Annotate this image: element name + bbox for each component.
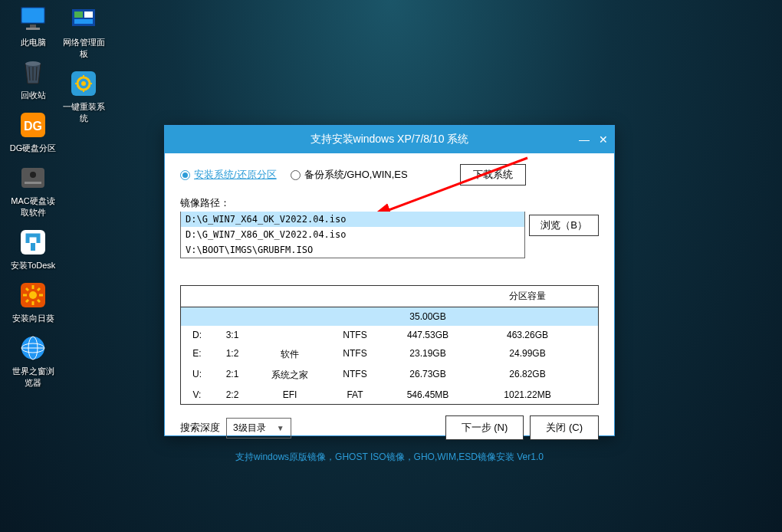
image-path-label: 镜像路径：: [180, 196, 599, 210]
svg-rect-32: [74, 19, 93, 24]
cell-drive: [181, 307, 213, 326]
cell-idx: 2:1: [213, 365, 251, 386]
window-title: 支持安装windows XP/7/8/10 系统: [310, 133, 469, 146]
cell-drive: U:: [181, 365, 213, 386]
monitor-icon: [17, 3, 49, 35]
desktop-icon-label: 世界之窗浏览器: [9, 366, 57, 389]
svg-point-35: [81, 81, 86, 86]
cell-cap: 463.26GB: [474, 326, 581, 344]
mac-icon: [17, 162, 49, 194]
search-depth-value: 3级目录: [233, 422, 266, 435]
svg-point-11: [30, 172, 36, 178]
titlebar[interactable]: 支持安装windows XP/7/8/10 系统 — ✕: [165, 126, 614, 153]
cell-drive: E:: [181, 344, 213, 365]
cell-idx: 1:2: [213, 344, 251, 365]
reinstall-icon: [67, 67, 100, 100]
image-path-dropdown[interactable]: D:\G_WIN7_X64_OK_V2022.04.iso D:\G_WIN7_…: [180, 212, 525, 258]
desktop-icon-label: 回收站: [21, 90, 46, 101]
cell-name: EFI: [251, 386, 328, 404]
cell-used: 546.45MB: [382, 386, 474, 404]
cell-cap: [474, 307, 581, 326]
cell-idx: [213, 307, 251, 326]
table-row[interactable]: D:3:1NTFS447.53GB463.26GB: [181, 326, 598, 344]
sunflower-icon: [17, 279, 49, 311]
minimize-button[interactable]: —: [579, 133, 590, 146]
cell-fmt: NTFS: [328, 344, 382, 365]
next-button[interactable]: 下一步 (N): [445, 415, 524, 440]
cell-used: 23.19GB: [382, 344, 474, 365]
table-header: 分区容量: [181, 286, 598, 307]
svg-line-23: [26, 300, 28, 302]
desktop-icon-network[interactable]: 网络管理面板: [60, 3, 107, 60]
radio-label: 备份系统/GHO,WIN,ES: [304, 168, 408, 182]
radio-label: 安装系统/还原分区: [194, 168, 277, 182]
cell-cap: 26.82GB: [474, 365, 581, 386]
installer-dialog: 支持安装windows XP/7/8/10 系统 — ✕ 安装系统/还原分区 备…: [164, 125, 615, 436]
cell-used: 35.00GB: [382, 307, 474, 326]
footer-text: 支持windows原版镜像，GHOST ISO镜像，GHO,WIM,ESD镜像安…: [180, 451, 599, 464]
svg-rect-3: [26, 28, 40, 30]
desktop-icon-reinstall[interactable]: 一键重装系统: [60, 67, 107, 124]
desktop-icon-dg[interactable]: DG DG硬盘分区: [9, 109, 57, 154]
table-row[interactable]: 35.00GB: [181, 307, 598, 326]
table-row[interactable]: V:2:2EFIFAT546.45MB1021.22MB: [181, 386, 598, 404]
partition-table: 分区容量 35.00GBD:3:1NTFS447.53GB463.26GBE:1…: [180, 285, 599, 405]
svg-rect-0: [21, 8, 44, 23]
desktop-icons-col2: 网络管理面板 一键重装系统: [60, 3, 107, 124]
cell-cap: 1021.22MB: [474, 386, 581, 404]
radio-install-restore[interactable]: 安装系统/还原分区: [180, 168, 277, 182]
svg-point-16: [29, 291, 37, 299]
desktop-icon-label: 安装ToDesk: [11, 260, 56, 271]
svg-rect-31: [84, 11, 93, 18]
svg-line-24: [38, 288, 40, 291]
desktop-icon-label: MAC硬盘读取软件: [9, 195, 57, 218]
desktop-icon-browser[interactable]: 世界之窗浏览器: [9, 332, 57, 389]
dropdown-item[interactable]: D:\G_WIN7_X64_OK_V2022.04.iso: [181, 212, 524, 227]
desktop-icon-label: 一键重装系统: [60, 101, 107, 124]
desktop-icon-mac[interactable]: MAC硬盘读取软件: [9, 162, 57, 218]
desktop-icon-label: 安装向日葵: [12, 313, 54, 324]
svg-text:DG: DG: [24, 120, 42, 133]
svg-line-22: [38, 300, 40, 302]
chevron-down-icon: ▼: [277, 424, 284, 432]
cell-name: 系统之家: [251, 365, 328, 386]
trash-icon: [17, 56, 49, 88]
dialog-body: 安装系统/还原分区 备份系统/GHO,WIN,ES 下载系统 镜像路径： D:\…: [165, 153, 614, 471]
cell-cap: 24.99GB: [474, 344, 581, 365]
radio-checked-icon: [180, 170, 190, 180]
desktop-icon-label: 此电脑: [21, 37, 46, 48]
radio-backup[interactable]: 备份系统/GHO,WIN,ES: [291, 168, 408, 182]
desktop-icon-trash[interactable]: 回收站: [9, 56, 57, 101]
table-row[interactable]: U:2:1系统之家NTFS26.73GB26.82GB: [181, 365, 598, 386]
cell-idx: 2:2: [213, 386, 251, 404]
svg-rect-2: [30, 25, 36, 28]
network-icon: [67, 3, 100, 35]
table-row[interactable]: E:1:2软件NTFS23.19GB24.99GB: [181, 344, 598, 365]
search-depth-label: 搜索深度: [180, 421, 220, 435]
download-system-button[interactable]: 下载系统: [460, 164, 526, 186]
svg-rect-30: [74, 11, 83, 18]
svg-point-4: [25, 61, 41, 66]
dropdown-item[interactable]: D:\G_WIN7_X86_OK_V2022.04.iso: [181, 227, 524, 242]
search-depth-select[interactable]: 3级目录 ▼: [226, 418, 291, 438]
svg-rect-14: [31, 243, 35, 251]
desktop-icons-col1: 此电脑 回收站 DG DG硬盘分区 MAC硬盘读取软件 安装ToDesk 安装向…: [9, 3, 57, 389]
cell-name: 软件: [251, 344, 328, 365]
browse-button[interactable]: 浏览（B）: [529, 215, 599, 236]
dropdown-item[interactable]: V:\BOOT\IMGS\GRUBFM.ISO: [181, 242, 524, 258]
cell-fmt: [328, 307, 382, 326]
col-capacity: 分区容量: [474, 286, 581, 307]
svg-line-21: [26, 288, 28, 291]
browser-icon: [17, 332, 49, 364]
close-button[interactable]: ✕: [599, 133, 608, 146]
cell-used: 26.73GB: [382, 365, 474, 386]
desktop-icon-todesk[interactable]: 安装ToDesk: [9, 226, 57, 271]
cell-drive: D:: [181, 326, 213, 344]
cell-drive: V:: [181, 386, 213, 404]
desktop-icon-thispc[interactable]: 此电脑: [9, 3, 57, 48]
cell-fmt: NTFS: [328, 326, 382, 344]
desktop-icon-sunflower[interactable]: 安装向日葵: [9, 279, 57, 324]
close-button[interactable]: 关闭 (C): [530, 415, 599, 440]
cell-name: [251, 326, 328, 344]
desktop-icon-label: 网络管理面板: [60, 37, 107, 60]
